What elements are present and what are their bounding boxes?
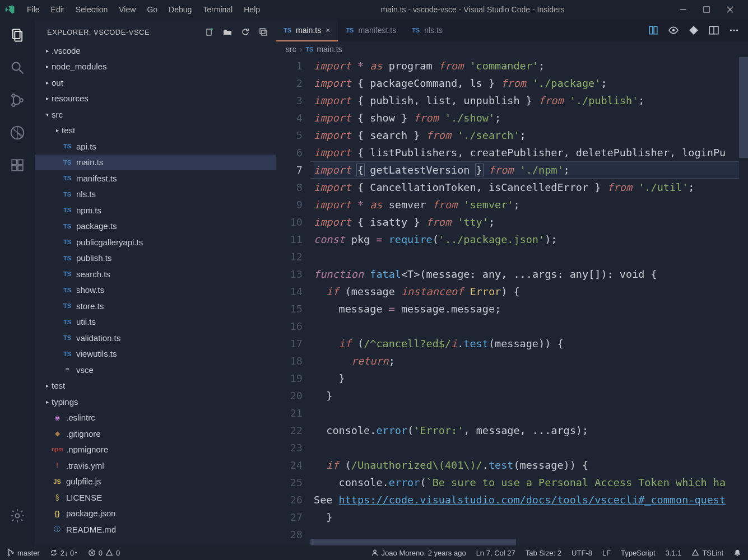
ts-version[interactable]: 3.1.1 — [666, 549, 682, 557]
sync-count: 2↓ 0↑ — [61, 549, 78, 557]
tab-size[interactable]: Tab Size: 2 — [526, 549, 561, 557]
file-row[interactable]: TSutil.ts — [35, 314, 276, 330]
new-file-icon[interactable] — [205, 27, 214, 36]
problems[interactable]: 0 0 — [88, 549, 120, 557]
file-name: store.ts — [76, 301, 104, 311]
menu-help[interactable]: Help — [238, 2, 266, 17]
file-name: search.ts — [76, 269, 110, 279]
file-row[interactable]: !.travis.yml — [35, 458, 276, 474]
file-row[interactable]: §LICENSE — [35, 489, 276, 506]
language-mode[interactable]: TypeScript — [621, 549, 655, 557]
file-row[interactable]: TSvalidation.ts — [35, 330, 276, 346]
editor-body[interactable]: 1234567891011121314151617181920212223242… — [276, 57, 748, 545]
file-row[interactable]: ≡vsce — [35, 362, 276, 378]
encoding[interactable]: UTF-8 — [572, 549, 592, 557]
menu-file[interactable]: File — [21, 2, 45, 17]
folder-row[interactable]: ▸out — [35, 74, 276, 91]
folder-row[interactable]: ▸resources — [35, 91, 276, 107]
file-row[interactable]: TSviewutils.ts — [35, 346, 276, 362]
compare-changes-icon[interactable] — [648, 25, 658, 35]
ts-file-icon: TS — [412, 27, 420, 34]
tab-label: manifest.ts — [358, 26, 396, 35]
notifications-bell-icon[interactable] — [733, 549, 741, 557]
extensions-icon[interactable] — [9, 157, 26, 174]
editor-tabs: TS main.ts × TS manifest.ts TS nls.ts — [276, 19, 748, 41]
eol[interactable]: LF — [602, 549, 611, 557]
file-row[interactable]: TSstore.ts — [35, 298, 276, 314]
git-blame[interactable]: Joao Moreno, 2 years ago — [371, 549, 466, 557]
more-actions-icon[interactable] — [729, 25, 739, 35]
git-sync[interactable]: 2↓ 0↑ — [50, 549, 78, 557]
search-icon[interactable] — [9, 59, 26, 76]
collapse-all-icon[interactable] — [259, 27, 268, 36]
git-branch[interactable]: master — [7, 549, 40, 557]
tab-manifest-ts[interactable]: TS manifest.ts — [338, 19, 404, 41]
error-count: 0 — [99, 549, 103, 557]
file-row[interactable]: TSnls.ts — [35, 186, 276, 203]
toggle-view-icon[interactable] — [668, 25, 679, 35]
minimap[interactable] — [739, 57, 748, 545]
file-row[interactable]: TSmain.ts — [35, 155, 276, 171]
folder-row[interactable]: ▸node_modules — [35, 59, 276, 75]
file-row[interactable]: TSnpm.ts — [35, 202, 276, 218]
file-row[interactable]: TSsearch.ts — [35, 266, 276, 282]
menu-debug[interactable]: Debug — [163, 2, 197, 17]
settings-gear-icon[interactable] — [9, 507, 26, 524]
breadcrumb-segment[interactable]: src — [286, 45, 296, 54]
cursor-position[interactable]: Ln 7, Col 27 — [476, 549, 515, 557]
menu-selection[interactable]: Selection — [70, 2, 114, 17]
folder-name: test — [52, 381, 65, 390]
menu-edit[interactable]: Edit — [45, 2, 70, 17]
file-row[interactable]: {}package.json — [35, 506, 276, 522]
folder-name: test — [62, 125, 75, 135]
breadcrumb[interactable]: src › TS main.ts — [276, 41, 748, 57]
svg-point-25 — [8, 554, 10, 556]
maximize-button[interactable] — [703, 6, 713, 13]
twisty-icon: ▸ — [43, 95, 52, 101]
file-row[interactable]: TSpublicgalleryapi.ts — [35, 234, 276, 250]
source-control-icon[interactable] — [9, 92, 26, 109]
tab-nls-ts[interactable]: TS nls.ts — [404, 19, 450, 41]
svg-point-4 — [12, 63, 20, 71]
file-row[interactable]: TSapi.ts — [35, 138, 276, 155]
horizontal-scrollbar[interactable] — [310, 539, 739, 545]
folder-row[interactable]: ▾src — [35, 106, 276, 123]
twisty-icon: ▸ — [43, 382, 52, 389]
refresh-icon[interactable] — [241, 27, 250, 36]
scrollbar-thumb[interactable] — [310, 539, 516, 545]
folder-row[interactable]: ▸.vscode — [35, 43, 276, 59]
file-name: viewutils.ts — [76, 349, 117, 358]
file-row[interactable]: TSmanifest.ts — [35, 170, 276, 186]
file-row[interactable]: npm.npmignore — [35, 442, 276, 458]
menu-view[interactable]: View — [113, 2, 141, 17]
file-row[interactable]: TSpublish.ts — [35, 250, 276, 267]
tab-close-icon[interactable]: × — [326, 26, 330, 35]
tslint-status[interactable]: TSLint — [691, 549, 723, 557]
breadcrumb-segment[interactable]: main.ts — [317, 45, 342, 54]
folder-row[interactable]: ▸test — [35, 123, 276, 139]
split-editor-icon[interactable] — [709, 25, 719, 35]
file-row[interactable]: JSgulpfile.js — [35, 474, 276, 490]
tab-main-ts[interactable]: TS main.ts × — [276, 19, 338, 41]
new-folder-icon[interactable] — [223, 27, 232, 36]
file-row[interactable]: ⓘREADME.md — [35, 521, 276, 538]
folder-row[interactable]: ▸test — [35, 378, 276, 394]
svg-point-21 — [730, 29, 732, 31]
file-row[interactable]: ◉.eslintrc — [35, 410, 276, 426]
code-content[interactable]: import * as program from 'commander';imp… — [310, 57, 739, 545]
run-icon[interactable] — [689, 25, 699, 35]
close-button[interactable] — [727, 6, 737, 13]
file-row[interactable]: TSpackage.ts — [35, 218, 276, 235]
file-name: api.ts — [76, 142, 96, 151]
file-row[interactable]: TSshow.ts — [35, 282, 276, 298]
folder-row[interactable]: ▸typings — [35, 394, 276, 410]
menu-terminal[interactable]: Terminal — [197, 2, 238, 17]
menu-go[interactable]: Go — [141, 2, 163, 17]
minimize-button[interactable] — [680, 6, 690, 13]
file-tree[interactable]: ▸.vscode▸node_modules▸out▸resources▾src▸… — [35, 43, 276, 545]
debug-icon[interactable] — [9, 124, 26, 141]
file-name: package.ts — [76, 221, 117, 231]
folder-name: resources — [52, 94, 89, 103]
explorer-icon[interactable] — [9, 27, 26, 44]
file-row[interactable]: ◆.gitignore — [35, 426, 276, 442]
